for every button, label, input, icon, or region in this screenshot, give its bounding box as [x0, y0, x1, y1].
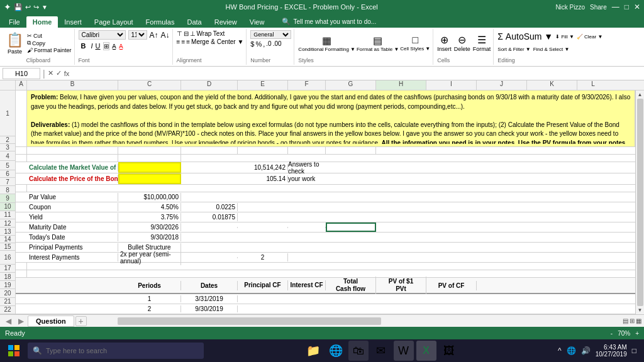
format-painter-button[interactable]: 🖌 Format Painter	[27, 47, 72, 53]
insert-cells-button[interactable]: ⊕ Insert	[437, 34, 452, 52]
taskbar-search-input[interactable]	[46, 347, 199, 354]
sort-filter-button[interactable]: Sort & Filter ▼	[497, 47, 530, 52]
border-button[interactable]: ⊞	[103, 42, 109, 50]
cell-c11-todaydate[interactable]: 9/30/2018	[118, 233, 181, 241]
cell-c7-parvalue[interactable]: $10,000,000	[118, 193, 181, 201]
italic-button[interactable]: I	[91, 42, 92, 50]
vertical-scrollbar[interactable]: ▲ ▼	[635, 90, 644, 314]
scroll-thumb-vertical[interactable]	[637, 99, 643, 306]
align-center-icon[interactable]: ≡	[181, 38, 185, 45]
cell-b13-interest-label[interactable]: Interest Payments	[27, 253, 118, 261]
comma-button[interactable]: ,	[263, 40, 265, 48]
save-icon[interactable]: 💾	[14, 3, 23, 11]
cell-b12-principal-label[interactable]: Principal Payments	[27, 243, 118, 251]
align-top-icon[interactable]: ⊤	[177, 30, 182, 37]
col-header-d[interactable]: D	[181, 80, 238, 90]
fill-button[interactable]: ⬇ Fill ▼	[555, 34, 574, 40]
col-header-l[interactable]: L	[577, 80, 609, 90]
cell-e10[interactable]	[238, 227, 288, 228]
cell-period-1[interactable]: 1	[118, 295, 181, 302]
cell-a3[interactable]	[16, 155, 27, 162]
number-format-select[interactable]: General	[250, 30, 291, 39]
tab-file[interactable]: File	[3, 16, 26, 28]
close-button[interactable]: ✕	[634, 3, 640, 11]
col-header-periods[interactable]: Periods	[118, 281, 181, 290]
cell-d2[interactable]	[181, 147, 238, 154]
qa-dropdown-icon[interactable]: ▼	[42, 4, 48, 11]
percent-button[interactable]: %	[255, 40, 262, 48]
taskbar-explorer-icon[interactable]: 📁	[303, 341, 323, 361]
cell-d9-yield-decimal[interactable]: 0.01875	[181, 213, 238, 221]
cell-h10-selected[interactable]	[326, 222, 376, 232]
scroll-up-button[interactable]: ▲	[638, 92, 643, 97]
tab-formulas[interactable]: Formulas	[140, 16, 181, 28]
decrease-decimal-button[interactable]: .00	[273, 40, 282, 48]
paste-button[interactable]: 📋 Paste	[5, 31, 25, 56]
cell-rest-6[interactable]	[27, 185, 635, 192]
col-header-a[interactable]: A	[16, 80, 27, 90]
cell-d10[interactable]	[181, 227, 238, 228]
cell-reference-box[interactable]: H10	[3, 68, 40, 79]
col-header-dates[interactable]: Dates	[181, 281, 238, 290]
cell-b7-parvalue-label[interactable]: Par Value	[27, 193, 118, 201]
col-header-principal-cf[interactable]: Principal CF	[238, 280, 288, 290]
cell-b10-maturity-label[interactable]: Maturity Date	[27, 223, 118, 231]
start-button[interactable]	[3, 339, 25, 362]
sheet-nav-right-icon[interactable]: ▶	[15, 316, 26, 326]
decrease-font-icon[interactable]: A↓	[161, 31, 170, 40]
currency-button[interactable]: $	[250, 40, 254, 48]
col-header-i[interactable]: I	[426, 80, 477, 90]
cell-d8-coupon-decimal[interactable]: 0.0225	[181, 203, 238, 211]
scroll-down-button[interactable]: ▼	[638, 307, 643, 313]
font-family-select[interactable]: Calibri	[79, 30, 126, 40]
font-size-select[interactable]: 11	[128, 30, 147, 40]
col-header-c[interactable]: C	[118, 80, 181, 90]
minimize-button[interactable]: —	[612, 3, 619, 11]
cell-b11-todaydate-label[interactable]: Today's Date	[27, 233, 118, 241]
restore-button[interactable]: □	[625, 3, 629, 11]
cell-rest-3[interactable]	[181, 155, 635, 162]
scroll-thumb-horizontal[interactable]	[118, 317, 380, 325]
cell-c5-price-input[interactable]	[118, 173, 181, 184]
cell-f5-work-label[interactable]: your work	[288, 175, 326, 182]
col-header-pv-cf[interactable]: PV of CF	[426, 281, 477, 290]
tab-insert[interactable]: Insert	[58, 16, 88, 28]
confirm-formula-icon[interactable]: ✓	[56, 69, 62, 77]
redo-icon[interactable]: ↪	[33, 3, 39, 11]
taskbar-word-icon[interactable]: W	[394, 341, 414, 361]
cell-b5-price-label[interactable]: Calculate the Price of the Bond:	[27, 175, 118, 183]
col-header-f[interactable]: F	[288, 80, 326, 90]
tab-data[interactable]: Data	[180, 16, 208, 28]
format-cells-button[interactable]: ☰ Format	[473, 34, 491, 52]
wrap-text-button[interactable]: Wrap Text	[197, 30, 225, 37]
align-left-icon[interactable]: ≡	[177, 38, 180, 45]
cell-f2[interactable]	[288, 147, 326, 154]
cell-rest-14[interactable]	[27, 263, 635, 270]
sheet-tab-question[interactable]: Question	[28, 315, 74, 327]
cell-problem-merged[interactable]: Problem: Below, I have given you per val…	[27, 90, 635, 146]
increase-font-icon[interactable]: A↑	[150, 31, 158, 40]
cell-period-2[interactable]: 2	[118, 305, 181, 312]
col-header-g[interactable]: G	[326, 80, 376, 90]
align-bottom-icon[interactable]: ⊥	[190, 30, 196, 37]
font-color-button[interactable]: A̲	[119, 43, 123, 50]
tab-review[interactable]: Review	[208, 16, 243, 28]
format-as-table-button[interactable]: ▤ Format as Table ▼	[357, 35, 399, 52]
cell-c2[interactable]	[118, 147, 181, 154]
cell-h2[interactable]	[376, 147, 426, 154]
cell-date-1[interactable]: 3/31/2019	[181, 295, 238, 302]
col-header-b[interactable]: B	[27, 80, 118, 90]
cell-e13-two[interactable]: 2	[238, 253, 288, 261]
cell-b8-coupon-label[interactable]: Coupon	[27, 203, 118, 211]
cell-b4-market-label[interactable]: Calculate the Market Value of the Bond:	[27, 163, 118, 172]
col-header-e[interactable]: E	[238, 80, 288, 90]
tell-me-search[interactable]: 🔍 Tell me what you want to do...	[275, 16, 382, 28]
taskbar-volume-icon[interactable]: 🔊	[581, 346, 591, 355]
align-middle-icon[interactable]: ⊟	[184, 30, 189, 37]
cut-button[interactable]: ✂ Cut	[27, 33, 72, 39]
col-header-h[interactable]: H	[376, 80, 426, 90]
share-button[interactable]: Share	[590, 4, 607, 11]
col-header-total-cashflow[interactable]: TotalCash flow	[326, 277, 376, 294]
taskbar-edge-icon[interactable]: 🌐	[326, 341, 346, 361]
page-break-icon[interactable]: ▦	[636, 317, 641, 324]
